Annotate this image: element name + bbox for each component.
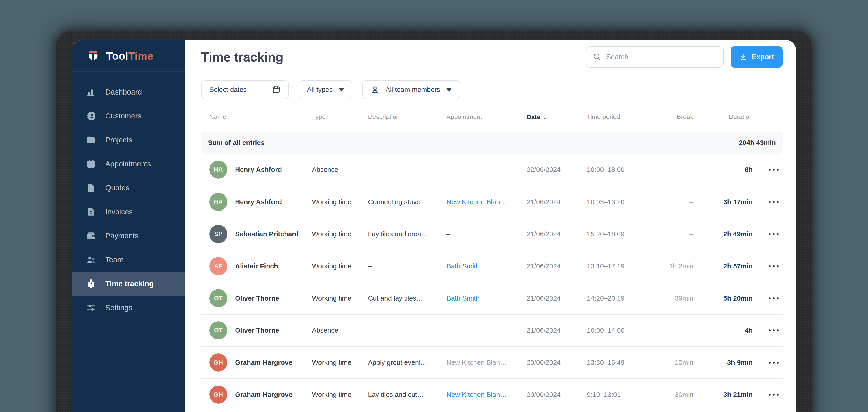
time-entries-table: NameTypeDescriptionAppointmentDate↓Time …: [201, 109, 782, 410]
column-header-type[interactable]: Type: [312, 113, 368, 120]
table-row[interactable]: GH Graham Hargrove Working time Lay tile…: [201, 378, 782, 410]
sidebar-item-invoices[interactable]: Invoices: [72, 200, 185, 224]
break-cell: 1h 2min: [648, 262, 693, 270]
column-header-duration[interactable]: Duration: [693, 113, 753, 120]
duration-cell: 2h 57min: [693, 262, 753, 270]
page-title: Time tracking: [201, 50, 283, 64]
type-cell: Working time: [312, 198, 368, 206]
row-actions-menu-icon[interactable]: [768, 198, 779, 206]
row-actions-menu-icon[interactable]: [768, 358, 779, 367]
type-cell: Absence: [312, 326, 368, 334]
description-cell: –: [368, 166, 446, 173]
filter-all-team-members[interactable]: All team members: [362, 80, 460, 99]
sidebar-item-label: Quotes: [105, 184, 129, 192]
name-cell: HA Henry Ashford: [209, 160, 312, 179]
sidebar-item-label: Time tracking: [105, 279, 154, 288]
column-header-name[interactable]: Name: [209, 113, 312, 120]
table-row[interactable]: OT Oliver Thorne Working time Cut and la…: [201, 282, 782, 314]
sidebar-item-team[interactable]: Team: [72, 248, 185, 272]
team-icon: [86, 255, 96, 265]
appointment-cell[interactable]: New Kitchen Blan…: [446, 198, 527, 206]
download-icon: [739, 53, 747, 61]
row-actions-menu-icon[interactable]: [768, 262, 779, 270]
table-body: HA Henry Ashford Absence – – 22/06/2024 …: [201, 153, 782, 410]
avatar: HA: [209, 160, 227, 179]
table-row[interactable]: HA Henry Ashford Working time Connecting…: [201, 186, 782, 218]
logo[interactable]: ToolTime: [72, 40, 185, 72]
table-row[interactable]: OT Oliver Thorne Absence – – 21/06/2024 …: [201, 314, 782, 346]
chevron-down-icon: [446, 88, 452, 92]
row-actions-menu-icon[interactable]: [768, 166, 779, 174]
appointment-cell[interactable]: Bath Smith: [446, 262, 527, 270]
export-button[interactable]: Export: [731, 46, 782, 68]
time-period-cell: 10:03–13:20: [587, 198, 648, 206]
column-header-break[interactable]: Break: [648, 113, 693, 120]
appointment-cell[interactable]: New Kitchen Blan…: [446, 391, 527, 399]
search-box[interactable]: [586, 46, 724, 68]
top-actions: Export: [586, 46, 782, 68]
date-cell: 21/06/2024: [527, 198, 587, 206]
sidebar-item-payments[interactable]: Payments: [72, 224, 185, 248]
table-row[interactable]: GH Graham Hargrove Working time Apply gr…: [201, 346, 782, 378]
filter-all-types[interactable]: All types: [299, 80, 352, 99]
description-cell: Apply grout evenl…: [368, 359, 446, 366]
date-cell: 20/06/2024: [527, 359, 587, 366]
member-name: Henry Ashford: [235, 198, 282, 206]
menu-cell: [753, 262, 779, 270]
column-header-appointment[interactable]: Appointment: [446, 113, 527, 120]
appointment-cell: –: [446, 166, 527, 173]
break-cell: 10min: [648, 359, 693, 366]
invoices-icon: [86, 207, 96, 217]
filter-select-dates[interactable]: Select dates: [201, 80, 289, 99]
table-row[interactable]: SP Sebastian Pritchard Working time Lay …: [201, 218, 782, 250]
type-cell: Working time: [312, 359, 368, 366]
payments-icon: [86, 231, 96, 241]
name-cell: SP Sebastian Pritchard: [209, 225, 312, 243]
row-actions-menu-icon[interactable]: [768, 230, 779, 238]
search-input[interactable]: [606, 53, 717, 61]
break-cell: –: [648, 166, 693, 173]
app-screen: ToolTime Dashboard Customers Projects Ap…: [72, 40, 796, 412]
duration-cell: 4h: [693, 326, 753, 334]
time-period-cell: 13:10–17:19: [587, 262, 648, 270]
sidebar-item-label: Team: [105, 256, 124, 264]
member-name: Henry Ashford: [235, 166, 282, 173]
name-cell: OT Oliver Thorne: [209, 289, 312, 307]
duration-cell: 3h 17min: [693, 198, 753, 206]
column-header-date[interactable]: Date↓: [527, 113, 587, 121]
name-cell: AF Alistair Finch: [209, 257, 312, 275]
table-row[interactable]: AF Alistair Finch Working time – Bath Sm…: [201, 250, 782, 282]
row-actions-menu-icon[interactable]: [768, 390, 779, 399]
sidebar-item-label: Projects: [105, 136, 132, 144]
time-period-cell: 14:20–20:19: [587, 294, 648, 302]
type-cell: Working time: [312, 391, 368, 399]
name-cell: OT Oliver Thorne: [209, 321, 312, 340]
avatar: GH: [209, 386, 227, 404]
column-header-description[interactable]: Description: [368, 113, 446, 120]
date-cell: 21/06/2024: [527, 230, 587, 238]
sidebar-item-customers[interactable]: Customers: [72, 104, 185, 128]
tooltime-logo-icon: [86, 49, 100, 63]
column-header-time-period[interactable]: Time period: [587, 113, 648, 120]
appointment-cell[interactable]: Bath Smith: [446, 294, 527, 302]
sidebar-item-projects[interactable]: Projects: [72, 128, 185, 152]
date-cell: 21/06/2024: [527, 262, 587, 270]
description-cell: Lay tiles and crea…: [368, 230, 446, 238]
sidebar-item-settings[interactable]: Settings: [72, 296, 185, 320]
row-actions-menu-icon[interactable]: [768, 326, 779, 335]
row-actions-menu-icon[interactable]: [768, 294, 779, 302]
date-cell: 20/06/2024: [527, 391, 587, 399]
sidebar-item-appointments[interactable]: Appointments: [72, 152, 185, 176]
member-name: Oliver Thorne: [235, 294, 279, 302]
menu-cell: [753, 326, 779, 335]
sidebar-item-quotes[interactable]: Quotes: [72, 176, 185, 200]
table-row[interactable]: HA Henry Ashford Absence – – 22/06/2024 …: [201, 153, 782, 186]
sidebar-item-label: Settings: [105, 303, 132, 312]
topbar: Time tracking Export: [201, 46, 782, 68]
member-name: Graham Hargrove: [235, 359, 292, 366]
sidebar-item-dashboard[interactable]: Dashboard: [72, 80, 185, 104]
summary-label: Sum of all entries: [208, 139, 265, 147]
menu-cell: [753, 358, 779, 367]
export-label: Export: [752, 53, 774, 61]
sidebar-item-time-tracking[interactable]: Time tracking: [72, 272, 185, 296]
